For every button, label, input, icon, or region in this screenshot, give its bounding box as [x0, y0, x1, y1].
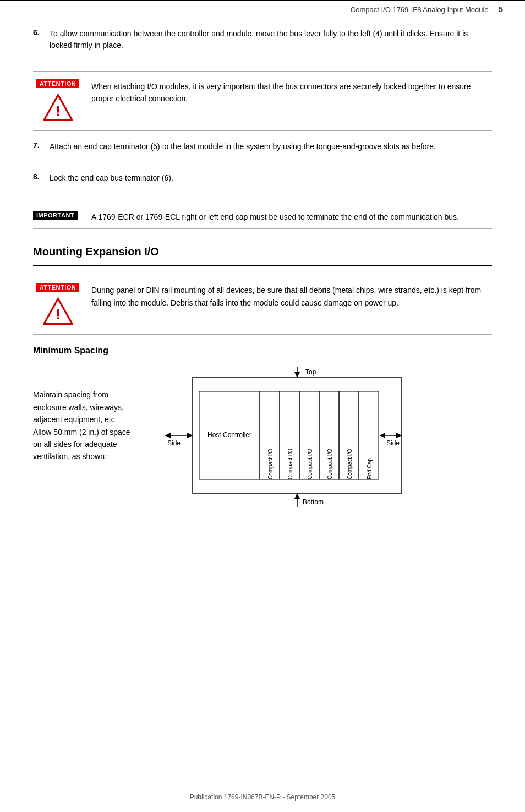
footer-text: Publication 1769-IN067B-EN-P - September…	[190, 793, 336, 801]
svg-text:Compact I/O: Compact I/O	[287, 449, 293, 479]
svg-marker-13	[165, 433, 171, 438]
mounting-section: Mounting Expansion I/O ATTENTION ! Durin…	[33, 246, 492, 335]
mounting-heading: Mounting Expansion I/O	[33, 246, 492, 258]
step-6-number: 6.	[33, 28, 50, 51]
spacing-description: Maintain spacing from enclosure walls, w…	[33, 361, 132, 462]
svg-text:End Cap: End Cap	[367, 458, 373, 479]
page: Compact I/O 1769-IF8 Analog Input Module…	[0, 0, 525, 812]
svg-text:Compact I/O: Compact I/O	[347, 449, 353, 479]
footer: Publication 1769-IN067B-EN-P - September…	[0, 793, 525, 801]
warning-triangle-icon-1: !	[43, 92, 73, 123]
header-title: Compact I/O 1769-IF8 Analog Input Module	[351, 6, 489, 14]
warning-triangle-icon-2: !	[43, 296, 73, 326]
important-box-1: IMPORTANT A 1769-ECR or 1769-ECL right o…	[33, 204, 492, 229]
spacing-content: Maintain spacing from enclosure walls, w…	[33, 361, 492, 515]
header-bar: Compact I/O 1769-IF8 Analog Input Module…	[0, 0, 525, 17]
step-6: 6. To allow communication between the co…	[33, 28, 492, 61]
step-8-number: 8.	[33, 172, 50, 184]
svg-marker-16	[380, 433, 385, 438]
attention-text-2: During panel or DIN rail mounting of all…	[91, 283, 492, 309]
attention-label-2: ATTENTION	[36, 283, 80, 292]
svg-text:Compact I/O: Compact I/O	[267, 449, 274, 479]
important-text-1: A 1769-ECR or 1769-ECL right or left end…	[91, 210, 492, 223]
diagram-container: Top Bottom Side	[149, 361, 492, 515]
section-divider-mounting	[33, 265, 492, 266]
main-content: 6. To allow communication between the co…	[0, 17, 525, 548]
svg-text:!: !	[56, 103, 61, 118]
attention-label-col-1: ATTENTION !	[33, 79, 83, 123]
spacing-section: Minimum Spacing Maintain spacing from en…	[33, 346, 492, 515]
svg-text:Side: Side	[167, 439, 181, 447]
step-7: 7. Attach an end cap terminator (5) to t…	[33, 141, 492, 162]
svg-marker-6	[294, 372, 300, 378]
step-8-text: Lock the end cap bus terminator (6).	[50, 172, 492, 184]
svg-text:Bottom: Bottom	[303, 498, 324, 506]
step-7-number: 7.	[33, 141, 50, 152]
important-label: IMPORTANT	[33, 211, 78, 220]
svg-text:Host Controller: Host Controller	[207, 431, 251, 439]
svg-text:Top: Top	[305, 368, 316, 376]
spacing-diagram: Top Bottom Side	[149, 361, 424, 515]
attention-text-1: When attaching I/O modules, it is very i…	[91, 79, 492, 105]
svg-marker-17	[396, 433, 402, 438]
svg-text:Compact I/O: Compact I/O	[327, 449, 333, 479]
important-label-col: IMPORTANT	[33, 210, 83, 220]
step-8: 8. Lock the end cap bus terminator (6).	[33, 172, 492, 194]
attention-label-1: ATTENTION	[36, 79, 80, 88]
svg-text:!: !	[56, 307, 61, 323]
step-7-text: Attach an end cap terminator (5) to the …	[50, 141, 492, 152]
svg-text:Compact I/O: Compact I/O	[307, 449, 313, 479]
spacing-heading: Minimum Spacing	[33, 346, 492, 356]
page-number: 5	[499, 4, 503, 14]
attention-label-col-2: ATTENTION !	[33, 283, 83, 326]
svg-text:Side: Side	[386, 439, 400, 447]
svg-marker-9	[294, 493, 300, 499]
attention-box-1: ATTENTION ! When attaching I/O modules, …	[33, 71, 492, 131]
attention-box-2: ATTENTION ! During panel or DIN rail mou…	[33, 275, 492, 335]
svg-marker-12	[187, 433, 193, 438]
step-6-text: To allow communication between the contr…	[50, 28, 492, 51]
